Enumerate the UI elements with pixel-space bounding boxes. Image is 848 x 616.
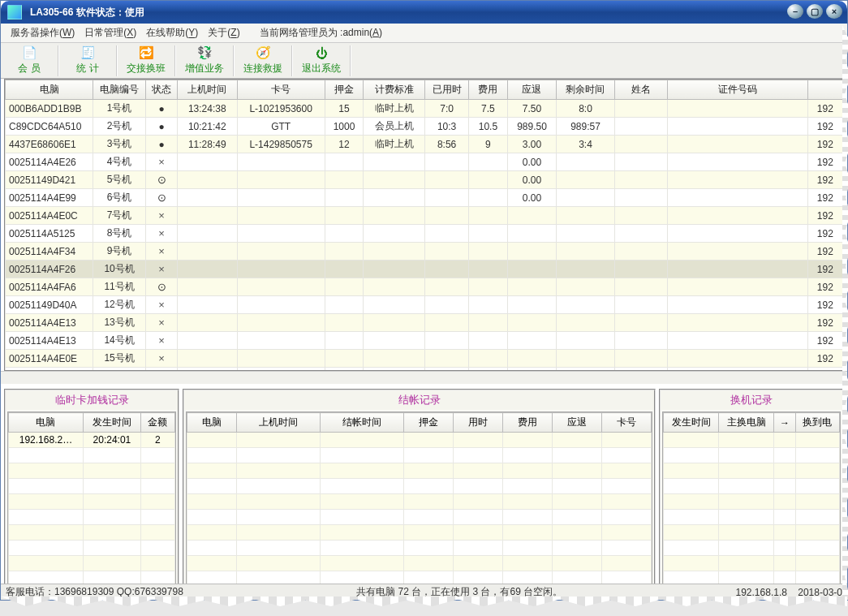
app-window: LA305-66 软件状态：使用 – ▢ × 服务器操作(W)日常管理(X)在线… (0, 0, 848, 601)
table-row[interactable]: 00251149D4215号机0.00192 (6, 171, 843, 189)
list-item-empty (9, 541, 175, 556)
menu-y[interactable]: 在线帮助(Y) (141, 25, 203, 40)
tool-valueadd-button[interactable]: 💱增值业务 (178, 44, 231, 78)
status-ip: 192.168.1.8 (736, 587, 787, 598)
col-5[interactable]: 押金 (325, 80, 364, 100)
tool-valueadd-label: 增值业务 (185, 62, 224, 75)
sub-col[interactable]: 押金 (403, 413, 453, 433)
table-row[interactable]: 0025114A4E0C7号机192 (6, 207, 843, 225)
list-item-empty (9, 448, 175, 463)
table-row[interactable]: 0025114A4E0E15号机192 (6, 350, 843, 368)
admin-label: 当前网络管理员为 :admin(A) (260, 26, 382, 40)
col-13[interactable] (807, 80, 842, 100)
app-icon (7, 5, 22, 19)
col-4[interactable]: 卡号 (237, 80, 325, 100)
sub-col[interactable]: 电脑 (187, 413, 237, 433)
sub-col[interactable]: 电脑 (9, 413, 84, 433)
tool-member-button[interactable]: 📄会 员 (2, 44, 56, 78)
main-grid-hscroll[interactable] (1, 371, 847, 384)
table-row[interactable]: 0025114A4E264号机0.00192 (6, 153, 843, 171)
list-item-empty (664, 494, 840, 510)
tempcard-grid[interactable]: 电脑发生时间金额192.168.2…20:24:012 (8, 412, 175, 588)
table-row[interactable]: 00251149D40A12号机192 (6, 296, 843, 314)
stats-icon: 🧾 (80, 45, 96, 60)
sub-col[interactable]: 主换电脑 (719, 413, 774, 433)
status-x-icon (158, 246, 165, 257)
list-item-empty (664, 510, 840, 525)
maximize-button[interactable]: ▢ (807, 4, 823, 19)
list-item[interactable]: 192.168.2…20:24:012 (9, 433, 175, 448)
table-row[interactable]: 00251149D41216号机192 (6, 368, 843, 372)
list-item-empty (187, 463, 652, 479)
sub-col[interactable]: 应退 (552, 413, 601, 433)
col-11[interactable]: 姓名 (614, 80, 667, 100)
shift-icon: 🔁 (138, 45, 154, 60)
col-3[interactable]: 上机时间 (178, 80, 238, 100)
list-item-empty (9, 494, 175, 510)
list-item-empty (9, 525, 175, 541)
sub-col[interactable]: 换到电 (795, 413, 839, 433)
list-item-empty (187, 494, 652, 510)
list-item-empty (664, 448, 840, 463)
table-row[interactable]: 000B6ADD1B9B1号机13:24:38L-102195360015临时上… (6, 100, 843, 118)
minimize-button[interactable]: – (787, 4, 803, 19)
col-10[interactable]: 剩余时间 (557, 80, 614, 100)
col-8[interactable]: 费用 (469, 80, 508, 100)
panel-tempcard: 临时卡加钱记录 电脑发生时间金额192.168.2…20:24:012 (4, 389, 179, 592)
sub-col[interactable]: 费用 (502, 413, 552, 433)
list-item-empty (187, 556, 652, 571)
tool-rescue-button[interactable]: 🧭连接救援 (236, 44, 290, 78)
sub-col[interactable]: 用时 (453, 413, 502, 433)
tool-exit-button[interactable]: ⏻退出系统 (295, 44, 348, 78)
menu-z[interactable]: 关于(Z) (203, 25, 244, 40)
sub-col[interactable]: 上机时间 (237, 413, 321, 433)
tool-rescue-label: 连接救援 (243, 62, 282, 75)
sub-col[interactable]: → (774, 413, 796, 433)
tool-stats-button[interactable]: 🧾统 计 (61, 44, 114, 78)
list-item-empty (9, 479, 175, 494)
admin-value: admin (342, 27, 369, 38)
col-12[interactable]: 证件号码 (667, 80, 807, 100)
swap-grid[interactable]: 发生时间主换电脑→换到电 (663, 412, 840, 588)
sub-col[interactable]: 卡号 (601, 413, 651, 433)
settle-grid[interactable]: 电脑上机时间结帐时间押金用时费用应退卡号 (187, 412, 652, 588)
table-row[interactable]: 4437E68606E13号机11:28:49L-142985057512临时上… (6, 136, 843, 153)
table-row[interactable]: C89CDC64A5102号机10:21:42GTT1000会员上机10:310… (6, 118, 843, 136)
col-1[interactable]: 电脑编号 (93, 80, 146, 100)
table-row[interactable]: 0025114A4E1313号机192 (6, 314, 843, 332)
status-x-icon (158, 335, 165, 347)
menu-x[interactable]: 日常管理(X) (80, 25, 141, 40)
status-x-icon (158, 264, 165, 275)
col-9[interactable]: 应退 (507, 80, 557, 100)
list-item-empty (664, 479, 840, 494)
close-button[interactable]: × (826, 4, 842, 19)
sub-col[interactable]: 发生时间 (664, 413, 719, 433)
list-item-empty (664, 556, 840, 571)
tool-exit-label: 退出系统 (302, 62, 341, 75)
sub-col[interactable]: 发生时间 (83, 413, 140, 433)
panel-swap: 换机记录 发生时间主换电脑→换到电 (659, 389, 844, 592)
sub-col[interactable]: 金额 (140, 413, 174, 433)
table-row[interactable]: 0025114A4E1314号机192 (6, 332, 843, 350)
tool-shift-button[interactable]: 🔁交接换班 (119, 44, 173, 78)
col-7[interactable]: 已用时 (425, 80, 469, 100)
status-x-icon (158, 353, 165, 364)
table-row[interactable]: 0025114A51258号机192 (6, 225, 843, 243)
table-row[interactable]: 0025114A4FA611号机192 (6, 278, 843, 296)
menu-w[interactable]: 服务器操作(W) (6, 25, 80, 40)
list-item-empty (9, 463, 175, 479)
table-row[interactable]: 0025114A4E996号机0.00192 (6, 189, 843, 207)
exit-icon: ⏻ (313, 45, 329, 60)
col-2[interactable]: 状态 (146, 80, 178, 100)
computer-grid[interactable]: 电脑电脑编号状态上机时间卡号押金计费标准已用时费用应退剩余时间姓名证件号码 00… (4, 79, 844, 371)
col-6[interactable]: 计费标准 (364, 80, 425, 100)
admin-accel: A (372, 27, 379, 38)
table-row[interactable]: 0025114A4F2610号机192 (6, 261, 843, 278)
titlebar[interactable]: LA305-66 软件状态：使用 – ▢ × (1, 1, 847, 24)
status-x-icon (158, 317, 165, 329)
statusbar: 客服电话：13696819309 QQ:676339798 共有电脑 72 台，… (1, 584, 847, 600)
tool-shift-label: 交接换班 (127, 62, 166, 75)
col-0[interactable]: 电脑 (6, 80, 93, 100)
table-row[interactable]: 0025114A4F349号机192 (6, 243, 843, 261)
sub-col[interactable]: 结帐时间 (320, 413, 403, 433)
